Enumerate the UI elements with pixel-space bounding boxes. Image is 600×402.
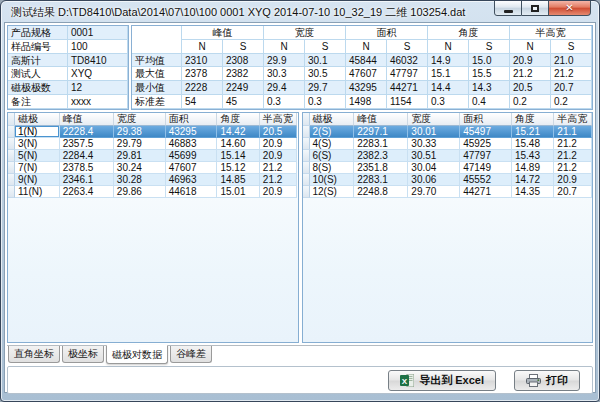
pole-value-cell[interactable]: 47149 — [460, 162, 512, 174]
pole-value-cell[interactable]: 47797 — [460, 150, 512, 162]
row-header[interactable] — [303, 186, 310, 198]
pole-id-cell[interactable]: 5(N) — [15, 150, 60, 162]
pole-column-header[interactable]: 磁极 — [15, 113, 60, 126]
pole-value-cell[interactable]: 29.86 — [114, 186, 166, 198]
pole-value-cell[interactable]: 30.01 — [408, 126, 460, 138]
pole-value-cell[interactable]: 29.70 — [408, 186, 460, 198]
pole-value-cell[interactable]: 44271 — [460, 186, 512, 198]
pole-value-cell[interactable]: 2351.8 — [354, 162, 408, 174]
pole-value-cell[interactable]: 2284.4 — [60, 150, 114, 162]
pole-value-cell[interactable]: 21.2 — [554, 138, 592, 150]
pole-value-cell[interactable]: 2378.5 — [60, 162, 114, 174]
pole-value-cell[interactable]: 2228.4 — [60, 126, 114, 138]
pole-value-cell[interactable]: 14.35 — [512, 186, 554, 198]
pole-value-cell[interactable]: 30.28 — [114, 174, 166, 186]
pole-value-cell[interactable]: 30.04 — [408, 162, 460, 174]
tab-1[interactable]: 直角坐标 — [8, 346, 60, 363]
pole-value-cell[interactable]: 21.1 — [554, 126, 592, 138]
pole-value-cell[interactable]: 14.42 — [217, 126, 259, 138]
row-header[interactable] — [8, 150, 15, 162]
row-header[interactable] — [8, 186, 15, 198]
pole-value-cell[interactable]: 15.12 — [217, 162, 259, 174]
pole-value-cell[interactable]: 29.81 — [114, 150, 166, 162]
pole-value-cell[interactable]: 30.24 — [114, 162, 166, 174]
pole-value-cell[interactable]: 20.7 — [554, 186, 592, 198]
pole-column-header[interactable]: 磁极 — [310, 113, 355, 126]
pole-id-cell[interactable]: 4(S) — [310, 138, 355, 150]
pole-column-header[interactable]: 宽度 — [408, 113, 460, 126]
pole-column-header[interactable]: 角度 — [512, 113, 554, 126]
pole-value-cell[interactable]: 46883 — [166, 138, 218, 150]
pole-id-cell[interactable]: 7(N) — [15, 162, 60, 174]
export-excel-button[interactable]: X 导出到 Excel — [388, 370, 496, 391]
pole-value-cell[interactable]: 14.60 — [217, 138, 259, 150]
pole-value-cell[interactable]: 21.2 — [554, 162, 592, 174]
pole-value-cell[interactable]: 14.85 — [217, 174, 259, 186]
pole-value-cell[interactable]: 21.2 — [554, 150, 592, 162]
pole-value-cell[interactable]: 2283.1 — [354, 138, 408, 150]
minimize-button[interactable] — [494, 0, 522, 16]
row-header[interactable] — [8, 162, 15, 174]
row-header[interactable] — [303, 162, 310, 174]
pole-value-cell[interactable]: 21.2 — [260, 162, 298, 174]
close-button[interactable]: ✕ — [549, 0, 591, 16]
pole-id-cell[interactable]: 9(N) — [15, 174, 60, 186]
pole-value-cell[interactable]: 30.33 — [408, 138, 460, 150]
pole-value-cell[interactable]: 2283.1 — [354, 174, 408, 186]
pole-value-cell[interactable]: 30.06 — [408, 174, 460, 186]
tab-2[interactable]: 极坐标 — [62, 346, 104, 363]
pole-value-cell[interactable]: 30.51 — [408, 150, 460, 162]
pole-value-cell[interactable]: 45699 — [166, 150, 218, 162]
row-header[interactable] — [303, 174, 310, 186]
pole-value-cell[interactable]: 2263.4 — [60, 186, 114, 198]
tab-3[interactable]: 磁极对数据 — [106, 345, 168, 364]
pole-column-header[interactable]: 峰值 — [354, 113, 408, 126]
pole-value-cell[interactable]: 29.79 — [114, 138, 166, 150]
row-header[interactable] — [8, 174, 15, 186]
pole-value-cell[interactable]: 43295 — [166, 126, 218, 138]
maximize-button[interactable] — [522, 0, 549, 16]
pole-value-cell[interactable]: 20.9 — [260, 150, 298, 162]
pole-value-cell[interactable]: 2346.1 — [60, 174, 114, 186]
pole-column-header[interactable]: 半高宽 — [554, 113, 592, 126]
pole-value-cell[interactable]: 29.38 — [114, 126, 166, 138]
pole-id-cell[interactable]: 2(S) — [310, 126, 355, 138]
pole-value-cell[interactable]: 45552 — [460, 174, 512, 186]
print-button[interactable]: 打印 — [514, 370, 580, 391]
row-header[interactable] — [8, 126, 15, 138]
tab-4[interactable]: 谷峰差 — [170, 346, 212, 363]
pole-value-cell[interactable]: 15.21 — [512, 126, 554, 138]
pole-value-cell[interactable]: 15.43 — [512, 150, 554, 162]
pole-value-cell[interactable]: 15.14 — [217, 150, 259, 162]
pole-value-cell[interactable]: 15.01 — [217, 186, 259, 198]
pole-id-cell[interactable]: 3(N) — [15, 138, 60, 150]
pole-value-cell[interactable]: 21.2 — [260, 174, 298, 186]
pole-value-cell[interactable]: 20.5 — [260, 126, 298, 138]
pole-value-cell[interactable]: 47607 — [166, 162, 218, 174]
titlebar[interactable]: 测试结果 D:\TD8410\Data\2014\07\10\100 0001 … — [1, 1, 599, 22]
pole-id-cell[interactable]: 11(N) — [15, 186, 60, 198]
pole-value-cell[interactable]: 46963 — [166, 174, 218, 186]
pole-column-header[interactable]: 宽度 — [114, 113, 166, 126]
pole-value-cell[interactable]: 2382.3 — [354, 150, 408, 162]
pole-id-cell[interactable]: 1(N) — [15, 126, 60, 138]
pole-value-cell[interactable]: 20.9 — [554, 174, 592, 186]
pole-column-header[interactable]: 面积 — [166, 113, 218, 126]
pole-id-cell[interactable]: 10(S) — [310, 174, 355, 186]
pole-value-cell[interactable]: 45497 — [460, 126, 512, 138]
row-header[interactable] — [8, 138, 15, 150]
pole-column-header[interactable]: 角度 — [217, 113, 259, 126]
pole-value-cell[interactable]: 45925 — [460, 138, 512, 150]
row-header[interactable] — [303, 138, 310, 150]
pole-id-cell[interactable]: 6(S) — [310, 150, 355, 162]
pole-value-cell[interactable]: 14.89 — [512, 162, 554, 174]
pole-column-header[interactable]: 面积 — [460, 113, 512, 126]
pole-value-cell[interactable]: 20.9 — [260, 186, 298, 198]
pole-value-cell[interactable]: 44618 — [166, 186, 218, 198]
pole-column-header[interactable]: 半高宽 — [260, 113, 298, 126]
pole-column-header[interactable]: 峰值 — [60, 113, 114, 126]
pole-id-cell[interactable]: 8(S) — [310, 162, 355, 174]
row-header[interactable] — [303, 150, 310, 162]
row-header[interactable] — [303, 126, 310, 138]
pole-value-cell[interactable]: 20.9 — [260, 138, 298, 150]
